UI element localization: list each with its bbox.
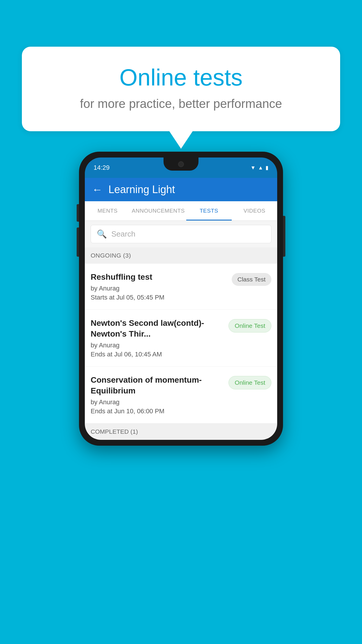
test-item-2[interactable]: Conservation of momentum-Equilibrium by … — [85, 367, 277, 424]
app-header: ← Learning Light — [85, 178, 277, 201]
status-time: 14:29 — [94, 164, 110, 172]
tab-videos[interactable]: VIDEOS — [232, 201, 277, 220]
status-bar: 14:29 ▼ ▲ ▮ — [85, 158, 277, 178]
test-date-0: Starts at Jul 05, 05:45 PM — [91, 294, 227, 301]
back-button[interactable]: ← — [92, 183, 103, 196]
test-item-0[interactable]: Reshuffling test by Anurag Starts at Jul… — [85, 264, 277, 310]
speech-bubble-subtitle: for more practice, better performance — [42, 97, 320, 111]
tab-tests[interactable]: TESTS — [186, 201, 232, 220]
completed-section-header: COMPLETED (1) — [85, 424, 277, 440]
test-item-1[interactable]: Newton's Second law(contd)-Newton's Thir… — [85, 310, 277, 367]
test-date-2: Ends at Jun 10, 06:00 PM — [91, 407, 224, 415]
wifi-icon: ▼ — [250, 165, 256, 171]
test-author-1: by Anurag — [91, 342, 224, 349]
test-info-0: Reshuffling test by Anurag Starts at Jul… — [91, 272, 227, 301]
test-info-2: Conservation of momentum-Equilibrium by … — [91, 375, 224, 415]
tab-ments[interactable]: MENTS — [85, 201, 130, 220]
speech-bubble: Online tests for more practice, better p… — [22, 47, 340, 131]
speech-bubble-tail — [169, 131, 193, 149]
test-author-2: by Anurag — [91, 398, 224, 406]
search-icon: 🔍 — [97, 229, 107, 239]
ongoing-section-header: ONGOING (3) — [85, 247, 277, 264]
phone-screen: 14:29 ▼ ▲ ▮ ← Learning Light MENTS — [85, 158, 277, 440]
phone-frame: 14:29 ▼ ▲ ▮ ← Learning Light MENTS — [79, 152, 283, 446]
tab-announcements[interactable]: ANNOUNCEMENTS — [130, 201, 186, 220]
search-placeholder: Search — [111, 230, 135, 239]
test-name-0: Reshuffling test — [91, 272, 227, 282]
battery-icon: ▮ — [266, 164, 268, 171]
phone-notch — [164, 158, 198, 171]
test-author-0: by Anurag — [91, 285, 227, 292]
test-name-1: Newton's Second law(contd)-Newton's Thir… — [91, 318, 224, 339]
app-title: Learning Light — [108, 183, 175, 196]
signal-icon: ▲ — [258, 165, 263, 171]
tabs-bar: MENTS ANNOUNCEMENTS TESTS VIDEOS — [85, 201, 277, 221]
test-list: Reshuffling test by Anurag Starts at Jul… — [85, 264, 277, 424]
status-icons: ▼ ▲ ▮ — [250, 164, 268, 171]
search-box[interactable]: 🔍 Search — [91, 225, 271, 243]
test-badge-0: Class Test — [232, 273, 271, 286]
phone-button-volume-up — [77, 204, 79, 222]
test-date-1: Ends at Jul 06, 10:45 AM — [91, 351, 224, 358]
phone-button-volume-down — [77, 228, 79, 257]
test-badge-2: Online Test — [229, 376, 271, 389]
test-badge-1: Online Test — [229, 319, 271, 332]
phone-container: 14:29 ▼ ▲ ▮ ← Learning Light MENTS — [79, 152, 283, 446]
search-container: 🔍 Search — [85, 221, 277, 247]
phone-button-power — [283, 216, 285, 257]
camera-lens — [178, 161, 184, 167]
test-info-1: Newton's Second law(contd)-Newton's Thir… — [91, 318, 224, 358]
speech-bubble-title: Online tests — [42, 64, 320, 91]
speech-bubble-container: Online tests for more practice, better p… — [22, 47, 340, 149]
test-name-2: Conservation of momentum-Equilibrium — [91, 375, 224, 396]
